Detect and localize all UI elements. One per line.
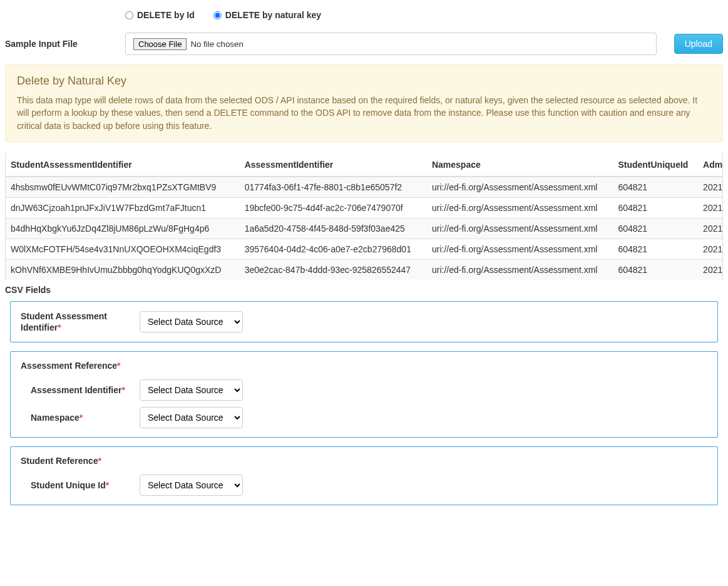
table-cell: kOhVNf6XMBE9HhIvUmuZbbbg0hqYodgKUQ0gxXzD	[6, 259, 240, 280]
preview-table: StudentAssessmentIdentifierAssessmentIde…	[6, 153, 723, 280]
table-cell: 2021-09-28 15:00	[698, 177, 723, 198]
table-cell: uri://ed-fi.org/Assessment/Assessment.xm…	[427, 197, 613, 218]
table-cell: 01774fa3-06f1-47fe-8801-c8b1e65057f2	[240, 177, 427, 198]
table-cell: W0lXMcFOTFH/54se4v31NnUXQOEOHXM4ciqEgdf3	[6, 239, 240, 259]
file-status-text: No file chosen	[190, 39, 243, 49]
delete-by-id-radio-label[interactable]: DELETE by Id	[125, 10, 195, 20]
table-cell: 604821	[613, 259, 698, 280]
alert-body: This data map type will delete rows of d…	[17, 94, 711, 132]
table-cell: 2021-10-29 15:00	[698, 218, 723, 239]
table-cell: uri://ed-fi.org/Assessment/Assessment.xm…	[427, 218, 613, 239]
student-unique-id-select[interactable]: Select Data Source	[140, 475, 243, 496]
table-row: kOhVNf6XMBE9HhIvUmuZbbbg0hqYodgKUQ0gxXzD…	[6, 259, 723, 280]
table-cell: 604821	[613, 218, 698, 239]
delete-by-natural-key-radio-label[interactable]: DELETE by natural key	[213, 10, 321, 20]
table-row: dnJW63Cjzoah1pnJFxJiV1W7FbzdGmt7aFJtucn1…	[6, 197, 723, 218]
column-header: Namespace	[427, 153, 613, 177]
assessment-reference-heading: Assessment Reference*	[21, 361, 707, 371]
namespace-select[interactable]: Select Data Source	[140, 407, 243, 428]
table-cell: uri://ed-fi.org/Assessment/Assessment.xm…	[427, 259, 613, 280]
table-cell: 3e0e2cac-847b-4ddd-93ec-925826552447	[240, 259, 427, 280]
assessment-identifier-select[interactable]: Select Data Source	[140, 379, 243, 401]
csv-fields-heading: CSV Fields	[5, 285, 723, 295]
choose-file-button[interactable]: Choose File	[133, 38, 187, 50]
panel-assessment-reference: Assessment Reference* Assessment Identif…	[10, 351, 718, 438]
table-cell: uri://ed-fi.org/Assessment/Assessment.xm…	[427, 239, 613, 259]
column-header: StudentAssessmentIdentifier	[6, 153, 240, 177]
table-cell: dnJW63Cjzoah1pnJFxJiV1W7FbzdGmt7aFJtucn1	[6, 197, 240, 218]
table-cell: 2021-09-28 15:00	[698, 239, 723, 259]
sample-file-row: Sample Input File Choose File No file ch…	[5, 33, 723, 55]
table-row: 4hsbsmw0fEUvWMtC07iq97Mr2bxq1PZsXTGMtBV9…	[6, 177, 723, 198]
column-header: StudentUniqueId	[613, 153, 698, 177]
upload-button[interactable]: Upload	[674, 34, 723, 54]
table-cell: 604821	[613, 197, 698, 218]
delete-by-natural-key-text: DELETE by natural key	[225, 10, 321, 20]
delete-by-id-radio[interactable]	[125, 11, 133, 19]
table-cell: 2021-10-29 15:00	[698, 259, 723, 280]
table-cell: 39576404-04d2-4c06-a0e7-e2cb27968d01	[240, 239, 427, 259]
table-row: b4dhHqXbgkYu6JzDq4Zl8jUM86pLzWu/8FgHg4p6…	[6, 218, 723, 239]
panel-student-reference: Student Reference* Student Unique Id* Se…	[10, 446, 718, 505]
table-cell: 2021-10-29 15:00	[698, 197, 723, 218]
sample-file-label: Sample Input File	[5, 39, 125, 49]
table-cell: 4hsbsmw0fEUvWMtC07iq97Mr2bxq1PZsXTGMtBV9	[6, 177, 240, 198]
column-header: AdministrationDate	[698, 153, 723, 177]
file-input[interactable]: Choose File No file chosen	[125, 33, 657, 55]
delete-mode-radio-group: DELETE by Id DELETE by natural key	[125, 5, 723, 20]
student-reference-heading: Student Reference*	[21, 456, 707, 466]
panel-student-assessment-identifier: Student Assessment Identifier* Select Da…	[10, 301, 718, 342]
table-row: W0lXMcFOTFH/54se4v31NnUXQOEOHXM4ciqEgdf3…	[6, 239, 723, 259]
assessment-identifier-label: Assessment Identifier*	[21, 384, 140, 396]
delete-by-id-text: DELETE by Id	[137, 10, 195, 20]
student-unique-id-label: Student Unique Id*	[21, 480, 140, 491]
student-assessment-identifier-select[interactable]: Select Data Source	[140, 311, 243, 332]
student-assessment-identifier-label: Student Assessment Identifier*	[21, 311, 140, 333]
delete-by-natural-key-radio[interactable]	[213, 11, 222, 19]
column-header: AssessmentIdentifier	[240, 153, 427, 177]
info-alert: Delete by Natural Key This data map type…	[5, 64, 723, 142]
table-cell: 604821	[613, 239, 698, 259]
preview-table-scroll[interactable]: StudentAssessmentIdentifierAssessmentIde…	[5, 153, 723, 280]
table-cell: uri://ed-fi.org/Assessment/Assessment.xm…	[427, 177, 613, 198]
alert-title: Delete by Natural Key	[17, 75, 711, 88]
table-cell: 19bcfe00-9c75-4d4f-ac2c-706e7479070f	[240, 197, 427, 218]
table-cell: 604821	[613, 177, 698, 198]
namespace-label: Namespace*	[21, 412, 140, 423]
table-cell: 1a6a5d20-4758-4f45-848d-59f3f03ae425	[240, 218, 427, 239]
table-cell: b4dhHqXbgkYu6JzDq4Zl8jUM86pLzWu/8FgHg4p6	[6, 218, 240, 239]
